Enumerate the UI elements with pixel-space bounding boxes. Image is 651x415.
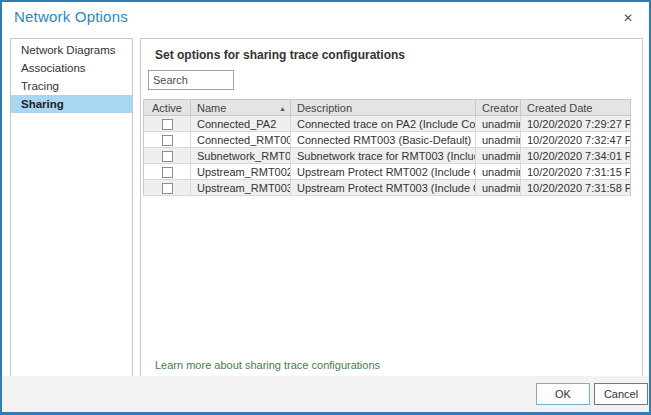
name-cell: Upstream_RMT003 — [191, 180, 291, 196]
footer-bar: OK Cancel — [2, 376, 649, 412]
trace-configurations-table: Active ▲Name Description Creator Created… — [143, 99, 631, 196]
sidebar-item-sharing[interactable]: Sharing — [11, 95, 132, 113]
column-header-name[interactable]: ▲Name — [191, 100, 291, 116]
table-row[interactable]: Connected_RMT003 Connected RMT003 (Basic… — [144, 132, 631, 148]
active-cell — [144, 180, 191, 196]
sidebar-item-associations[interactable]: Associations — [11, 59, 132, 77]
table-row[interactable]: Connected_PA2 Connected trace on PA2 (In… — [144, 116, 631, 132]
description-cell: Upstream Protect RMT002 (Include Contain… — [291, 164, 476, 180]
active-checkbox[interactable] — [162, 135, 173, 146]
active-cell — [144, 132, 191, 148]
search-input[interactable] — [148, 70, 234, 90]
table-header-row: Active ▲Name Description Creator Created… — [144, 100, 631, 116]
column-header-active[interactable]: Active — [144, 100, 191, 116]
active-checkbox[interactable] — [162, 183, 173, 194]
table-row[interactable]: Subnetwork_RMT003 Subnetwork trace for R… — [144, 148, 631, 164]
main-panel: Set options for sharing trace configurat… — [140, 38, 643, 377]
sort-ascending-icon: ▲ — [279, 105, 286, 112]
sidebar-item-tracing[interactable]: Tracing — [11, 77, 132, 95]
creator-cell: unadmin — [476, 116, 521, 132]
creator-cell: unadmin — [476, 132, 521, 148]
network-options-dialog: Network Options ✕ Network Diagrams Assoc… — [0, 0, 651, 415]
created-date-cell: 10/20/2020 7:29:27 PM — [521, 116, 631, 132]
cancel-button[interactable]: Cancel — [594, 383, 648, 405]
sidebar-item-network-diagrams[interactable]: Network Diagrams — [11, 41, 132, 59]
description-cell: Connected trace on PA2 (Include Containe… — [291, 116, 476, 132]
name-cell: Connected_RMT003 — [191, 132, 291, 148]
creator-cell: unadmin — [476, 148, 521, 164]
column-header-creator[interactable]: Creator — [476, 100, 521, 116]
active-checkbox[interactable] — [162, 151, 173, 162]
creator-cell: unadmin — [476, 164, 521, 180]
created-date-cell: 10/20/2020 7:31:58 PM — [521, 180, 631, 196]
active-cell — [144, 148, 191, 164]
name-cell: Upstream_RMT002 — [191, 164, 291, 180]
active-cell — [144, 116, 191, 132]
section-heading: Set options for sharing trace configurat… — [155, 48, 405, 62]
learn-more-link[interactable]: Learn more about sharing trace configura… — [155, 359, 380, 371]
active-checkbox[interactable] — [162, 119, 173, 130]
table-row[interactable]: Upstream_RMT003 Upstream Protect RMT003 … — [144, 180, 631, 196]
column-header-created-date[interactable]: Created Date — [521, 100, 631, 116]
window-title: Network Options — [14, 8, 128, 25]
name-cell: Subnetwork_RMT003 — [191, 148, 291, 164]
creator-cell: unadmin — [476, 180, 521, 196]
ok-button[interactable]: OK — [536, 383, 590, 405]
created-date-cell: 10/20/2020 7:31:15 PM — [521, 164, 631, 180]
sidebar-nav: Network Diagrams Associations Tracing Sh… — [10, 38, 133, 377]
column-header-description[interactable]: Description — [291, 100, 476, 116]
active-cell — [144, 164, 191, 180]
description-cell: Connected RMT003 (Basic-Default) — [291, 132, 476, 148]
created-date-cell: 10/20/2020 7:34:01 PM — [521, 148, 631, 164]
active-checkbox[interactable] — [162, 167, 173, 178]
close-icon[interactable]: ✕ — [619, 9, 637, 27]
name-cell: Connected_PA2 — [191, 116, 291, 132]
description-cell: Subnetwork trace for RMT003 (Include Con… — [291, 148, 476, 164]
table-row[interactable]: Upstream_RMT002 Upstream Protect RMT002 … — [144, 164, 631, 180]
column-header-name-label: Name — [197, 102, 226, 114]
created-date-cell: 10/20/2020 7:32:47 PM — [521, 132, 631, 148]
description-cell: Upstream Protect RMT003 (Include Content… — [291, 180, 476, 196]
title-bar: Network Options ✕ — [2, 2, 649, 36]
